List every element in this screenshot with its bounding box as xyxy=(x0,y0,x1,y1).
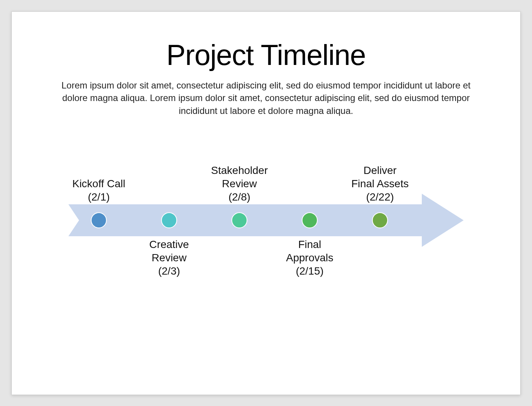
milestone-dot-4 xyxy=(372,212,388,228)
milestone-label-0: Kickoff Call(2/1) xyxy=(65,177,133,204)
milestone-1: CreativeReview(2/3) xyxy=(135,238,203,291)
milestone-3: FinalApprovals(2/15) xyxy=(276,238,344,291)
milestone-dot-2 xyxy=(231,212,247,228)
milestone-dot-1 xyxy=(161,212,177,228)
milestone-dot-0 xyxy=(91,212,107,228)
milestone-label-2: StakeholderReview(2/8) xyxy=(205,164,274,204)
timeline: Kickoff Call(2/1)CreativeReview(2/3)Stak… xyxy=(68,159,464,280)
slide-title: Project Timeline xyxy=(35,38,497,71)
milestone-label-1: CreativeReview(2/3) xyxy=(135,238,203,278)
milestone-label-4: DeliverFinal Assets(2/22) xyxy=(346,164,414,204)
slide: Project Timeline Lorem ipsum dolor sit a… xyxy=(11,11,521,395)
milestone-dot-3 xyxy=(302,212,318,228)
milestone-2: StakeholderReview(2/8) xyxy=(205,159,274,204)
milestone-4: DeliverFinal Assets(2/22) xyxy=(346,159,414,204)
slide-subtitle: Lorem ipsum dolor sit amet, consectetur … xyxy=(57,79,475,117)
milestone-label-3: FinalApprovals(2/15) xyxy=(276,238,344,278)
milestone-0: Kickoff Call(2/1) xyxy=(65,159,133,204)
milestone-container: Kickoff Call(2/1)CreativeReview(2/3)Stak… xyxy=(95,159,418,280)
